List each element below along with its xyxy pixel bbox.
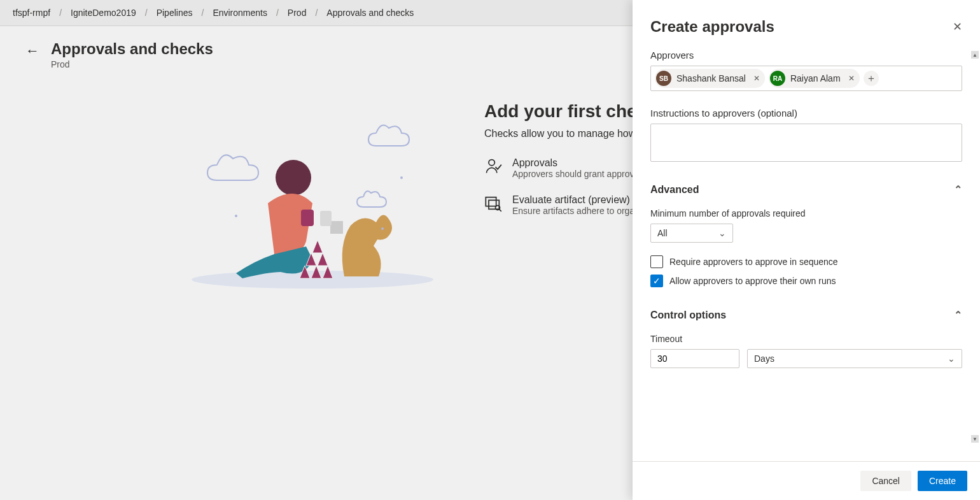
instructions-label: Instructions to approvers (optional) [650, 108, 962, 118]
own-runs-checkbox[interactable]: ✓ [650, 275, 663, 287]
create-approvals-panel: Create approvals ✕ Approvers SB Shashank… [633, 0, 980, 500]
panel-footer: Cancel Create [633, 461, 980, 500]
approvers-label: Approvers [650, 50, 962, 61]
timeout-input[interactable] [650, 349, 739, 368]
approver-chip: RA Raiyan Alam ✕ [769, 69, 860, 88]
approver-name: Shashank Bansal [676, 73, 746, 83]
add-approver-button[interactable]: ＋ [864, 71, 879, 86]
avatar-icon: RA [770, 71, 785, 86]
advanced-label: Advanced [650, 184, 699, 196]
panel-title: Create approvals [650, 18, 774, 36]
own-runs-label: Allow approvers to approve their own run… [669, 276, 836, 286]
scroll-down-icon[interactable]: ▼ [971, 435, 979, 443]
remove-icon[interactable]: ✕ [753, 74, 760, 83]
instructions-textarea[interactable] [650, 124, 962, 162]
approvers-input[interactable]: SB Shashank Bansal ✕ RA Raiyan Alam ✕ ＋ [650, 66, 962, 91]
approver-name: Raiyan Alam [790, 73, 841, 83]
advanced-section-header[interactable]: Advanced ⌃ [650, 183, 962, 196]
control-options-label: Control options [650, 310, 726, 321]
min-approvals-value: All [657, 228, 668, 238]
min-approvals-label: Minimum number of approvals required [650, 208, 962, 218]
control-options-header[interactable]: Control options ⌃ [650, 309, 962, 321]
timeout-label: Timeout [650, 334, 962, 344]
timeout-unit-dropdown[interactable]: Days ⌄ [747, 349, 962, 368]
timeout-unit-value: Days [754, 354, 774, 364]
scroll-up-icon[interactable]: ▲ [971, 51, 979, 59]
sequence-checkbox[interactable] [650, 255, 663, 268]
close-icon[interactable]: ✕ [953, 20, 962, 34]
avatar-icon: SB [656, 71, 671, 86]
sequence-label: Require approvers to approve in sequence [669, 257, 838, 267]
scrollbar[interactable]: ▲ ▼ [971, 51, 979, 443]
create-button[interactable]: Create [918, 471, 967, 491]
min-approvals-dropdown[interactable]: All ⌄ [650, 224, 733, 243]
chevron-up-icon: ⌃ [954, 309, 962, 321]
chevron-up-icon: ⌃ [954, 183, 962, 196]
chevron-down-icon: ⌄ [718, 228, 726, 238]
cancel-button[interactable]: Cancel [860, 471, 911, 491]
approver-chip: SB Shashank Bansal ✕ [655, 69, 765, 88]
chevron-down-icon: ⌄ [948, 354, 955, 364]
remove-icon[interactable]: ✕ [848, 74, 855, 83]
